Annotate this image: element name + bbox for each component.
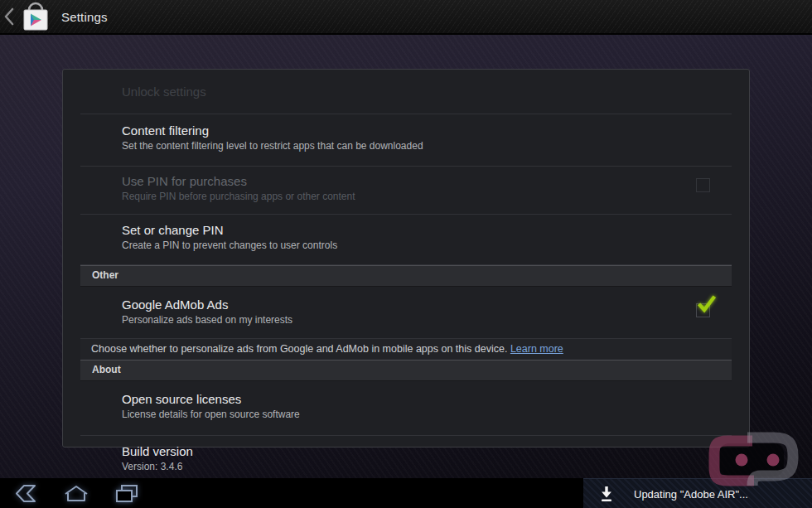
action-bar: Settings xyxy=(0,0,812,35)
checkbox-unchecked-icon xyxy=(696,178,710,192)
setting-subtitle: Create a PIN to prevent changes to user … xyxy=(122,239,732,252)
section-header-other: Other xyxy=(80,265,732,287)
back-arrow-icon[interactable] xyxy=(11,483,39,504)
setting-title: Open source licenses xyxy=(122,391,732,407)
recent-apps-icon[interactable] xyxy=(114,483,140,504)
download-icon xyxy=(599,485,614,503)
nav-buttons xyxy=(11,478,140,508)
play-store-bag-icon[interactable] xyxy=(19,1,52,32)
notification-text: Updating "Adobe AIR"... xyxy=(634,488,748,501)
setting-title: Set or change PIN xyxy=(122,222,732,238)
home-icon[interactable] xyxy=(63,483,89,504)
green-checkmark-icon xyxy=(695,293,717,315)
setting-row-open-source-licenses[interactable]: Open source licenses License details for… xyxy=(80,381,732,436)
setting-row-unlock-settings: Unlock settings xyxy=(80,70,732,114)
setting-subtitle: Set the content filtering level to restr… xyxy=(122,140,732,152)
setting-row-use-pin: Use PIN for purchases Require PIN before… xyxy=(80,167,732,215)
setting-row-admob-ads[interactable]: Google AdMob Ads Personalize ads based o… xyxy=(80,287,732,339)
setting-title: Use PIN for purchases xyxy=(122,173,732,189)
learn-more-link[interactable]: Learn more xyxy=(510,343,563,355)
setting-subtitle: Require PIN before purchasing apps or ot… xyxy=(122,191,732,203)
setting-title: Content filtering xyxy=(122,123,732,138)
section-header-about: About xyxy=(80,360,732,381)
page-title: Settings xyxy=(61,10,108,24)
setting-title: Unlock settings xyxy=(122,84,206,99)
setting-title: Build version xyxy=(122,443,732,459)
setting-subtitle: Version: 3.4.6 xyxy=(122,461,732,473)
setting-subtitle: Personalize ads based on my interests xyxy=(122,314,732,327)
back-chevron-icon[interactable] xyxy=(2,7,16,26)
setting-title: Google AdMob Ads xyxy=(122,297,732,312)
setting-row-content-filtering[interactable]: Content filtering Set the content filter… xyxy=(80,114,732,167)
system-navigation-bar: Updating "Adobe AIR"... xyxy=(0,478,812,508)
settings-panel: Unlock settings Content filtering Set th… xyxy=(62,69,750,448)
setting-subtitle: License details for open source software xyxy=(122,409,732,421)
notification-item[interactable]: Updating "Adobe AIR"... xyxy=(583,478,812,508)
admob-note-text: Choose whether to personalize ads from G… xyxy=(91,343,507,355)
setting-row-set-pin[interactable]: Set or change PIN Create a PIN to preven… xyxy=(80,215,732,265)
admob-note-row: Choose whether to personalize ads from G… xyxy=(80,339,732,360)
